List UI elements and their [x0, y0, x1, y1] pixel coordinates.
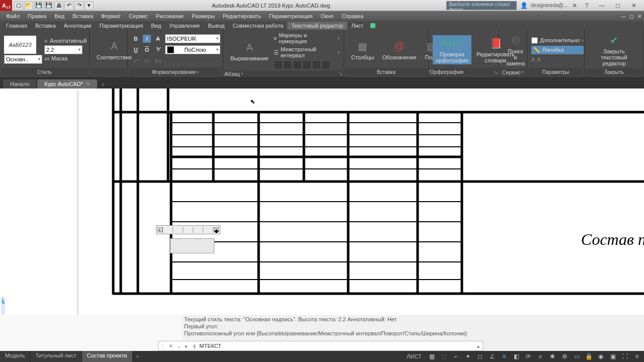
- linespacing-button[interactable]: ☰Межстрочный интервал▾: [274, 46, 340, 58]
- help-search-input[interactable]: Введите ключевое слово/фразу: [446, 1, 517, 10]
- cmd-dropdown-icon[interactable]: ▴: [474, 343, 482, 349]
- close-button[interactable]: ✕: [629, 2, 639, 10]
- canvas[interactable]: Состав пр L ◆ ⬉: [0, 88, 644, 323]
- polar-icon[interactable]: ✦: [463, 352, 473, 361]
- gear-icon[interactable]: ⚙: [559, 352, 570, 361]
- osnap-icon[interactable]: ◻: [475, 352, 485, 361]
- panel-tools-title[interactable]: Сервис ▾: [500, 68, 526, 76]
- cmd-handle-icon[interactable]: ⋮: [158, 342, 167, 350]
- annovis-icon[interactable]: ✱: [547, 352, 557, 361]
- mtext-width-handle[interactable]: ◆: [214, 227, 219, 232]
- qat-dropdown-icon[interactable]: ▾: [85, 1, 94, 10]
- transparency-icon[interactable]: ◧: [511, 352, 521, 361]
- mask-toggle[interactable]: ▭Маска: [44, 55, 87, 62]
- cmd-recent-icon[interactable]: ⌄: [175, 343, 183, 349]
- doc-min-button[interactable]: —: [620, 13, 627, 20]
- menu-window[interactable]: Окно: [316, 12, 338, 20]
- annoscale-icon[interactable]: ⟡: [535, 352, 545, 361]
- custom-icon[interactable]: ≡: [632, 352, 642, 361]
- cmd-input[interactable]: ▯ МТЕКСТ: [191, 343, 474, 349]
- qat-redo-icon[interactable]: ↷: [74, 1, 84, 10]
- font-combo[interactable]: ISOCPEUR▾: [165, 34, 220, 43]
- doc-max-button[interactable]: ◻: [628, 13, 635, 20]
- menu-param[interactable]: Параметризация: [265, 12, 316, 20]
- stack-button[interactable]: ⅟: [154, 46, 162, 54]
- mtext-edit-box[interactable]: [170, 238, 214, 253]
- qat-open-icon[interactable]: 📂: [24, 1, 33, 10]
- otrack-icon[interactable]: ∠: [487, 352, 497, 361]
- menu-view[interactable]: Вид: [50, 12, 68, 20]
- cleanscreen-icon[interactable]: ⛶: [620, 352, 630, 361]
- hardware-icon[interactable]: ▣: [608, 352, 618, 361]
- tab-home[interactable]: Главная: [2, 22, 31, 30]
- oblique-combo[interactable]: ▾: [165, 56, 220, 65]
- bullets-button[interactable]: ≡Маркеры и нумерация▾: [274, 32, 340, 44]
- app-logo[interactable]: ALT: [0, 0, 12, 11]
- user-label[interactable]: designsreda@...: [531, 3, 568, 8]
- italic-button[interactable]: I: [143, 35, 151, 43]
- isolate-icon[interactable]: ◉: [596, 352, 606, 361]
- ortho-icon[interactable]: ⌐: [451, 352, 461, 361]
- case-button[interactable]: Aa: [154, 57, 162, 65]
- qat-plot-icon[interactable]: 🖶: [54, 1, 63, 10]
- close-editor-button[interactable]: ✔Закрыть текстовый редактор: [589, 32, 639, 67]
- file-tab-start[interactable]: Начало: [3, 79, 36, 88]
- options-row3[interactable]: AA: [531, 56, 584, 62]
- layout-add-button[interactable]: +: [133, 351, 143, 362]
- menu-file[interactable]: Файл: [2, 12, 24, 20]
- textstyle-preview[interactable]: АаБб123: [4, 36, 36, 54]
- panel-format-title[interactable]: Форматирование ▾: [129, 68, 222, 76]
- columns-button[interactable]: ▦Столбцы: [348, 38, 377, 61]
- mtext-tab-icon[interactable]: L: [157, 227, 163, 232]
- align-left-button[interactable]: [274, 60, 283, 69]
- space-label[interactable]: ЛИСТ: [404, 353, 425, 359]
- tab-param[interactable]: Параметризация: [96, 22, 147, 30]
- align-dist-button[interactable]: [312, 60, 321, 69]
- menu-draw[interactable]: Рисование: [152, 12, 188, 20]
- maximize-button[interactable]: ◻: [613, 2, 623, 10]
- menu-dim[interactable]: Размеры: [188, 12, 219, 20]
- tab-manage[interactable]: Управление: [165, 22, 204, 30]
- bold-button[interactable]: B: [132, 35, 140, 43]
- textstyle-combo[interactable]: Основн..▾: [4, 55, 42, 64]
- lineweight-icon[interactable]: ≡: [499, 352, 509, 361]
- lock-icon[interactable]: 🔒: [584, 352, 594, 361]
- menu-service[interactable]: Сервис: [125, 12, 152, 20]
- snap-icon[interactable]: ⸬: [439, 352, 449, 361]
- color-combo[interactable]: ПоСлою▾: [165, 45, 220, 54]
- annotative-toggle[interactable]: ⟡Аннотативный: [44, 38, 87, 44]
- tab-addon-icon[interactable]: [370, 23, 375, 28]
- cmd-close-icon[interactable]: ✕: [167, 342, 175, 350]
- font-a-button[interactable]: A: [154, 35, 162, 43]
- qat-new-icon[interactable]: ▢: [14, 1, 23, 10]
- layout-tab-composition[interactable]: Состав проекта: [82, 351, 133, 362]
- underline-button[interactable]: U: [132, 46, 140, 54]
- tab-insert[interactable]: Вставка: [31, 22, 60, 30]
- align-center-button[interactable]: [283, 60, 292, 69]
- help-icon[interactable]: ?: [582, 2, 592, 10]
- text-height-combo[interactable]: 2.2▾: [44, 45, 83, 54]
- menu-insert[interactable]: Вставка: [68, 12, 97, 20]
- cycling-icon[interactable]: ⟳: [523, 352, 533, 361]
- tab-output[interactable]: Вывод: [204, 22, 228, 30]
- super-button[interactable]: x²: [132, 57, 140, 65]
- spellcheck-button[interactable]: ABCПроверка орфографии: [433, 35, 471, 64]
- menu-modify[interactable]: Редактировать: [219, 12, 265, 20]
- qat-save-icon[interactable]: 💾: [34, 1, 43, 10]
- exchange-icon[interactable]: ✕: [570, 2, 580, 10]
- mtext-ruler[interactable]: L ◆: [156, 225, 220, 234]
- align-right-button[interactable]: [293, 60, 302, 69]
- justify-button[interactable]: AВыравнивание: [227, 39, 272, 62]
- tab-annotate[interactable]: Аннотации: [60, 22, 96, 30]
- layout-tab-title[interactable]: Титульный лист: [30, 351, 82, 362]
- grid-icon[interactable]: ▦: [427, 352, 437, 361]
- tab-collab[interactable]: Совместная работа: [229, 22, 288, 30]
- tab-view[interactable]: Вид: [147, 22, 165, 30]
- sub-button[interactable]: x₂: [143, 57, 151, 65]
- qat-saveas-icon[interactable]: 💾: [44, 1, 53, 10]
- file-tab-close-icon[interactable]: ✕: [86, 81, 90, 87]
- symbol-button[interactable]: @Обозначение: [379, 38, 420, 61]
- align-justify-button[interactable]: [302, 60, 311, 69]
- file-tab-add-button[interactable]: +: [98, 80, 108, 88]
- panel-paragraph-title[interactable]: Абзац ▾↘: [224, 70, 343, 77]
